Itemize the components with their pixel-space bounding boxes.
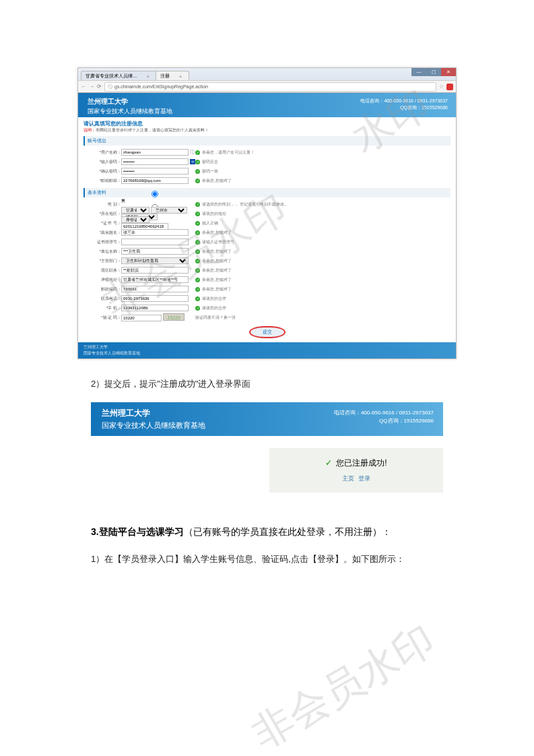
minimize-button[interactable]: — [411, 68, 426, 76]
text-input-5[interactable] [121, 248, 189, 255]
ok-icon: ✓ [195, 169, 200, 174]
browser-tab-2[interactable]: 注册× [156, 71, 189, 80]
account-input-0[interactable] [121, 149, 189, 156]
login-link[interactable]: 登录 [358, 475, 370, 482]
watermark-icon: 非会员水印 [242, 613, 444, 756]
ok-icon: ✓ [195, 240, 200, 245]
browser-chrome: 甘肃省专业技术人员继…× 注册× — ▢ ✕ ← → ⟳ ⓘgs.chinamd… [78, 68, 456, 93]
ok-icon: ✓ [195, 221, 200, 226]
text-input-3[interactable] [121, 229, 189, 236]
screenshot-1: 甘肃省专业技术人员继…× 注册× — ▢ ✕ ← → ⟳ ⓘgs.chinamd… [77, 67, 457, 359]
ok-icon: ✓ [195, 150, 200, 155]
screenshot-2-header: 兰州理工大学 国家专业技术人员继续教育基地 电话咨询：400-650-9616 … [91, 402, 443, 436]
ok-icon: ✓ [195, 268, 200, 273]
site-header: 兰州理工大学 国家专业技术人员继续教育基地 电话咨询：400-650-9616 … [78, 93, 456, 117]
extension-icon[interactable] [446, 84, 453, 90]
text-input-8[interactable] [121, 276, 189, 283]
captcha-image[interactable]: 15220 [163, 313, 185, 321]
browser-tab-1[interactable]: 甘肃省专业技术人员继…× [81, 71, 157, 80]
ok-icon: ✓ [195, 202, 200, 207]
account-input-3[interactable] [121, 177, 189, 184]
address-bar[interactable]: ⓘgs.chinamde.com/EntSignupRegPage.action [104, 82, 436, 92]
step-2-text: 2）提交后，提示"注册成功"进入登录界面 [91, 378, 521, 390]
submit-button[interactable]: 提交 [249, 326, 286, 338]
ok-icon: ✓ [195, 230, 200, 235]
globe-icon: ⓘ [108, 84, 112, 90]
ok-icon: ✓ [195, 249, 200, 254]
back-icon[interactable]: ← [81, 84, 86, 90]
form-title: 请认真填写您的注册信息 [84, 120, 450, 127]
text-input-9[interactable] [121, 286, 189, 292]
ok-icon: ✓ [195, 212, 200, 216]
captcha-input[interactable] [121, 315, 162, 321]
close-button[interactable]: ✕ [441, 68, 456, 76]
site-footer: 兰州理工大学 国家专业技术人员继续教育基地 [78, 342, 456, 358]
ok-icon: ✓ [195, 278, 200, 282]
gender-male[interactable] [121, 191, 189, 197]
ok-icon: ✓ [195, 306, 200, 311]
text-input-4[interactable] [121, 239, 189, 245]
reload-icon[interactable]: ⟳ [97, 84, 102, 90]
ok-icon: ✓ [195, 179, 200, 183]
close-icon[interactable]: × [147, 74, 149, 79]
home-link[interactable]: 主页 [342, 475, 354, 482]
bookmark-icon[interactable]: ☆ [439, 84, 444, 90]
close-icon[interactable]: × [179, 74, 182, 79]
success-text: 您已注册成功! [336, 458, 387, 468]
text-input-7[interactable] [121, 267, 189, 274]
section-3-title: 3.登陆平台与选课学习（已有账号的学员直接在此处登录，不用注册）： [91, 526, 521, 538]
province-select[interactable]: 甘肃省 [121, 207, 149, 214]
dept-select[interactable]: 卫生和计划生育局 [121, 257, 189, 264]
text-input-11[interactable] [121, 305, 189, 311]
contact-phone: 电话咨询：400-650-9616 / 0931-2973637 [360, 98, 448, 104]
step-3-text: 1）在【学员登录入口】输入学生账号信息、验证码,点击【登录】。如下图所示： [91, 553, 521, 565]
account-input-1[interactable] [121, 158, 189, 165]
ok-icon: ✓ [195, 287, 200, 292]
success-panel: ✓您已注册成功! 主页登录 [269, 448, 443, 493]
forward-icon[interactable]: → [89, 84, 94, 90]
section-account: 账号信息 [84, 136, 450, 146]
maximize-button[interactable]: ▢ [426, 68, 441, 76]
contact-qq: QQ咨询：1515529686 [360, 104, 448, 111]
city-select[interactable]: 兰州市 [151, 207, 187, 214]
account-input-2[interactable] [121, 168, 189, 175]
idtype-select[interactable]: 身份证 [121, 216, 149, 223]
ok-icon: ✓ [195, 259, 200, 263]
ok-icon: ✓ [195, 160, 200, 164]
text-input-10[interactable] [121, 295, 189, 302]
ok-icon: ✓ [195, 296, 200, 301]
check-icon: ✓ [325, 458, 332, 468]
